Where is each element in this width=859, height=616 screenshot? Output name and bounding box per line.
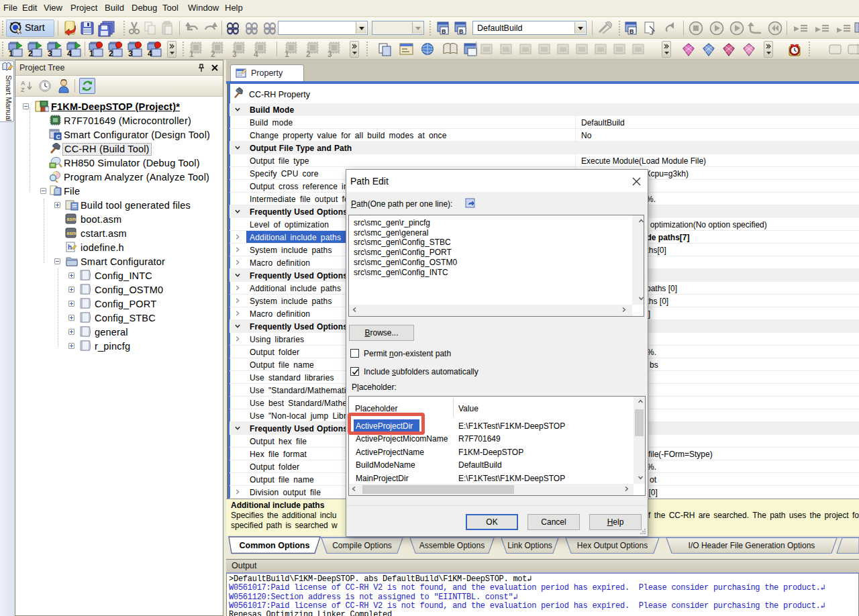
svg-text:1: 1	[189, 50, 194, 58]
svg-text:2: 2	[211, 50, 215, 58]
svg-text:3: 3	[48, 49, 52, 58]
svg-text:asm: asm	[67, 217, 77, 221]
svg-text:Z: Z	[21, 87, 25, 93]
svg-text:4: 4	[148, 49, 152, 58]
svg-text:B: B	[442, 28, 446, 35]
svg-text:4: 4	[254, 50, 258, 58]
svg-text:2: 2	[28, 49, 33, 58]
svg-text:B: B	[459, 28, 464, 35]
svg-text:A: A	[21, 80, 26, 87]
svg-text:I/O Header File Generation Opt: I/O Header File Generation Options	[689, 541, 815, 550]
svg-text:3: 3	[327, 50, 332, 58]
svg-text:h: h	[68, 244, 72, 251]
svg-text:4: 4	[67, 49, 72, 58]
svg-text:C: C	[56, 134, 61, 140]
svg-text:3: 3	[232, 50, 237, 58]
svg-text:1: 1	[285, 50, 289, 58]
svg-text:Link Options: Link Options	[507, 541, 552, 550]
svg-text:2: 2	[306, 50, 311, 58]
svg-text:Compile Options: Compile Options	[332, 541, 392, 550]
svg-text:Assemble Options: Assemble Options	[419, 541, 485, 550]
svg-text:3: 3	[128, 49, 133, 58]
svg-text:Common Options: Common Options	[240, 541, 310, 550]
svg-text:B: B	[629, 28, 634, 35]
svg-text:Hex Output Options: Hex Output Options	[577, 541, 648, 550]
svg-text:asm: asm	[67, 231, 77, 236]
svg-text:2: 2	[109, 49, 113, 58]
svg-text:1: 1	[89, 49, 94, 58]
svg-text:1: 1	[9, 49, 13, 58]
